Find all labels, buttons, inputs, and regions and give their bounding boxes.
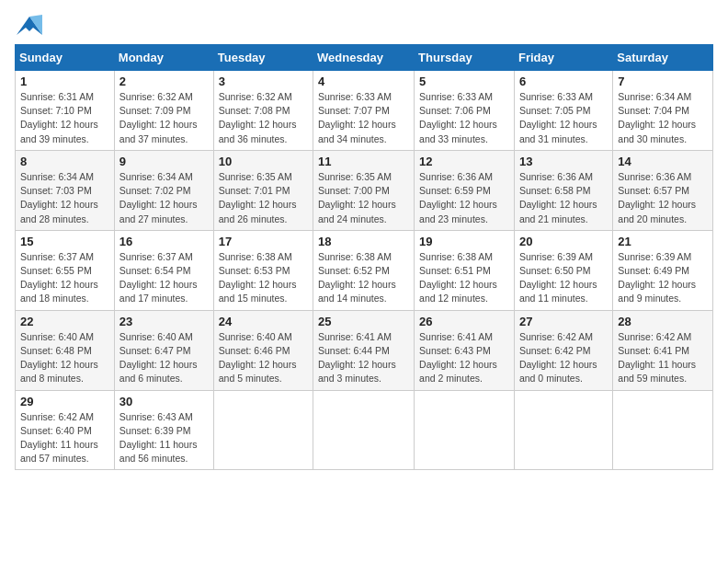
- day-info: Sunrise: 6:31 AM Sunset: 7:10 PM Dayligh…: [20, 90, 109, 146]
- calendar-cell: 6Sunrise: 6:33 AM Sunset: 7:05 PM Daylig…: [514, 71, 612, 151]
- day-number: 26: [419, 315, 509, 328]
- day-number: 15: [20, 235, 109, 248]
- day-info: Sunrise: 6:42 AM Sunset: 6:40 PM Dayligh…: [20, 410, 109, 466]
- day-info: Sunrise: 6:38 AM Sunset: 6:52 PM Dayligh…: [318, 250, 409, 306]
- calendar-week-row: 22Sunrise: 6:40 AM Sunset: 6:48 PM Dayli…: [16, 310, 713, 390]
- day-number: 29: [20, 395, 109, 408]
- calendar-cell: 9Sunrise: 6:34 AM Sunset: 7:02 PM Daylig…: [114, 150, 213, 230]
- day-info: Sunrise: 6:41 AM Sunset: 6:44 PM Dayligh…: [318, 330, 409, 386]
- day-info: Sunrise: 6:36 AM Sunset: 6:57 PM Dayligh…: [618, 170, 708, 226]
- day-number: 16: [119, 235, 209, 248]
- day-info: Sunrise: 6:33 AM Sunset: 7:07 PM Dayligh…: [318, 90, 409, 146]
- day-number: 28: [618, 315, 708, 328]
- calendar-cell: 17Sunrise: 6:38 AM Sunset: 6:53 PM Dayli…: [213, 230, 313, 310]
- day-number: 6: [519, 75, 608, 88]
- logo: [15, 15, 42, 35]
- day-info: Sunrise: 6:39 AM Sunset: 6:49 PM Dayligh…: [618, 250, 708, 306]
- day-number: 13: [519, 155, 608, 168]
- day-info: Sunrise: 6:42 AM Sunset: 6:42 PM Dayligh…: [519, 330, 608, 386]
- day-number: 20: [519, 235, 608, 248]
- day-info: Sunrise: 6:36 AM Sunset: 6:58 PM Dayligh…: [519, 170, 608, 226]
- calendar-cell: 5Sunrise: 6:33 AM Sunset: 7:06 PM Daylig…: [415, 71, 515, 151]
- calendar-table: SundayMondayTuesdayWednesdayThursdayFrid…: [15, 44, 713, 470]
- logo-bird-icon: [17, 15, 42, 35]
- calendar-cell: 3Sunrise: 6:32 AM Sunset: 7:08 PM Daylig…: [213, 71, 313, 151]
- calendar-cell: [613, 390, 713, 470]
- page-header: [15, 15, 713, 35]
- calendar-cell: 7Sunrise: 6:34 AM Sunset: 7:04 PM Daylig…: [613, 71, 713, 151]
- calendar-cell: 15Sunrise: 6:37 AM Sunset: 6:55 PM Dayli…: [16, 230, 115, 310]
- day-info: Sunrise: 6:37 AM Sunset: 6:54 PM Dayligh…: [119, 250, 209, 306]
- day-number: 4: [318, 75, 409, 88]
- day-info: Sunrise: 6:32 AM Sunset: 7:08 PM Dayligh…: [219, 90, 308, 146]
- calendar-header-row: SundayMondayTuesdayWednesdayThursdayFrid…: [16, 45, 713, 71]
- calendar-cell: 16Sunrise: 6:37 AM Sunset: 6:54 PM Dayli…: [114, 230, 213, 310]
- day-number: 30: [119, 395, 209, 408]
- day-number: 7: [618, 75, 708, 88]
- calendar-cell: 14Sunrise: 6:36 AM Sunset: 6:57 PM Dayli…: [613, 150, 713, 230]
- calendar-cell: 13Sunrise: 6:36 AM Sunset: 6:58 PM Dayli…: [514, 150, 612, 230]
- calendar-cell: 8Sunrise: 6:34 AM Sunset: 7:03 PM Daylig…: [16, 150, 115, 230]
- day-number: 3: [219, 75, 308, 88]
- day-number: 8: [20, 155, 109, 168]
- calendar-cell: 12Sunrise: 6:36 AM Sunset: 6:59 PM Dayli…: [415, 150, 515, 230]
- day-number: 12: [419, 155, 509, 168]
- col-header-wednesday: Wednesday: [313, 45, 415, 71]
- calendar-cell: 23Sunrise: 6:40 AM Sunset: 6:47 PM Dayli…: [114, 310, 213, 390]
- col-header-friday: Friday: [514, 45, 612, 71]
- day-number: 23: [119, 315, 209, 328]
- calendar-cell: 4Sunrise: 6:33 AM Sunset: 7:07 PM Daylig…: [313, 71, 415, 151]
- day-info: Sunrise: 6:38 AM Sunset: 6:51 PM Dayligh…: [419, 250, 509, 306]
- day-number: 1: [20, 75, 109, 88]
- day-info: Sunrise: 6:42 AM Sunset: 6:41 PM Dayligh…: [618, 330, 708, 386]
- calendar-cell: 20Sunrise: 6:39 AM Sunset: 6:50 PM Dayli…: [514, 230, 612, 310]
- day-info: Sunrise: 6:40 AM Sunset: 6:47 PM Dayligh…: [119, 330, 209, 386]
- calendar-cell: [313, 390, 415, 470]
- day-number: 5: [419, 75, 509, 88]
- day-number: 17: [219, 235, 308, 248]
- calendar-cell: 19Sunrise: 6:38 AM Sunset: 6:51 PM Dayli…: [415, 230, 515, 310]
- day-info: Sunrise: 6:40 AM Sunset: 6:48 PM Dayligh…: [20, 330, 109, 386]
- day-number: 10: [219, 155, 308, 168]
- day-info: Sunrise: 6:33 AM Sunset: 7:06 PM Dayligh…: [419, 90, 509, 146]
- calendar-cell: 18Sunrise: 6:38 AM Sunset: 6:52 PM Dayli…: [313, 230, 415, 310]
- day-number: 21: [618, 235, 708, 248]
- calendar-cell: 22Sunrise: 6:40 AM Sunset: 6:48 PM Dayli…: [16, 310, 115, 390]
- day-number: 11: [318, 155, 409, 168]
- day-number: 19: [419, 235, 509, 248]
- calendar-cell: 10Sunrise: 6:35 AM Sunset: 7:01 PM Dayli…: [213, 150, 313, 230]
- col-header-saturday: Saturday: [613, 45, 713, 71]
- calendar-cell: 2Sunrise: 6:32 AM Sunset: 7:09 PM Daylig…: [114, 71, 213, 151]
- calendar-cell: 24Sunrise: 6:40 AM Sunset: 6:46 PM Dayli…: [213, 310, 313, 390]
- day-info: Sunrise: 6:37 AM Sunset: 6:55 PM Dayligh…: [20, 250, 109, 306]
- day-number: 27: [519, 315, 608, 328]
- day-number: 22: [20, 315, 109, 328]
- calendar-cell: 21Sunrise: 6:39 AM Sunset: 6:49 PM Dayli…: [613, 230, 713, 310]
- calendar-week-row: 15Sunrise: 6:37 AM Sunset: 6:55 PM Dayli…: [16, 230, 713, 310]
- day-info: Sunrise: 6:34 AM Sunset: 7:03 PM Dayligh…: [20, 170, 109, 226]
- day-info: Sunrise: 6:39 AM Sunset: 6:50 PM Dayligh…: [519, 250, 608, 306]
- day-number: 9: [119, 155, 209, 168]
- calendar-cell: 28Sunrise: 6:42 AM Sunset: 6:41 PM Dayli…: [613, 310, 713, 390]
- calendar-week-row: 29Sunrise: 6:42 AM Sunset: 6:40 PM Dayli…: [16, 390, 713, 470]
- day-number: 2: [119, 75, 209, 88]
- calendar-cell: 25Sunrise: 6:41 AM Sunset: 6:44 PM Dayli…: [313, 310, 415, 390]
- day-info: Sunrise: 6:36 AM Sunset: 6:59 PM Dayligh…: [419, 170, 509, 226]
- col-header-thursday: Thursday: [415, 45, 515, 71]
- day-info: Sunrise: 6:35 AM Sunset: 7:00 PM Dayligh…: [318, 170, 409, 226]
- calendar-cell: [415, 390, 515, 470]
- day-info: Sunrise: 6:34 AM Sunset: 7:04 PM Dayligh…: [618, 90, 708, 146]
- calendar-cell: [514, 390, 612, 470]
- calendar-week-row: 1Sunrise: 6:31 AM Sunset: 7:10 PM Daylig…: [16, 71, 713, 151]
- calendar-cell: 26Sunrise: 6:41 AM Sunset: 6:43 PM Dayli…: [415, 310, 515, 390]
- calendar-cell: 27Sunrise: 6:42 AM Sunset: 6:42 PM Dayli…: [514, 310, 612, 390]
- calendar-cell: [213, 390, 313, 470]
- col-header-tuesday: Tuesday: [213, 45, 313, 71]
- day-number: 25: [318, 315, 409, 328]
- day-info: Sunrise: 6:34 AM Sunset: 7:02 PM Dayligh…: [119, 170, 209, 226]
- day-info: Sunrise: 6:38 AM Sunset: 6:53 PM Dayligh…: [219, 250, 308, 306]
- day-info: Sunrise: 6:40 AM Sunset: 6:46 PM Dayligh…: [219, 330, 308, 386]
- day-number: 18: [318, 235, 409, 248]
- day-info: Sunrise: 6:41 AM Sunset: 6:43 PM Dayligh…: [419, 330, 509, 386]
- day-info: Sunrise: 6:33 AM Sunset: 7:05 PM Dayligh…: [519, 90, 608, 146]
